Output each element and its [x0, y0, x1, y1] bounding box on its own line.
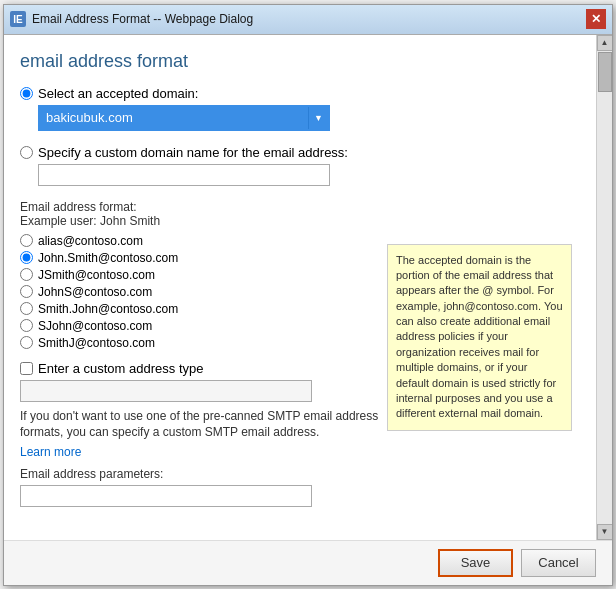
select-domain-section: Select an accepted domain: bakicubuk.com… — [20, 86, 580, 139]
custom-domain-radio[interactable] — [20, 146, 33, 159]
main-content: email address format Select an accepted … — [4, 35, 596, 540]
page-heading: email address format — [20, 51, 580, 72]
params-label: Email address parameters: — [20, 467, 387, 481]
dialog-title: Email Address Format -- Webpage Dialog — [32, 12, 253, 26]
radio-option-alias[interactable]: alias@contoso.com — [20, 234, 387, 248]
radio-smithj[interactable] — [20, 336, 33, 349]
scroll-track — [597, 51, 612, 524]
close-button[interactable]: ✕ — [586, 9, 606, 29]
scroll-down-button[interactable]: ▼ — [597, 524, 613, 540]
title-bar: IE Email Address Format -- Webpage Dialo… — [4, 5, 612, 35]
custom-address-checkbox[interactable] — [20, 362, 33, 375]
scroll-thumb[interactable] — [598, 52, 612, 92]
title-bar-left: IE Email Address Format -- Webpage Dialo… — [10, 11, 253, 27]
right-panel: The accepted domain is the portion of th… — [387, 234, 580, 530]
radio-john-smith[interactable] — [20, 251, 33, 264]
radio-option-john-smith[interactable]: John.Smith@contoso.com — [20, 251, 387, 265]
radio-options: alias@contoso.com John.Smith@contoso.com… — [20, 234, 387, 353]
radio-option-johns[interactable]: JohnS@contoso.com — [20, 285, 387, 299]
custom-address-row: Enter a custom address type — [20, 361, 387, 376]
learn-more-link[interactable]: Learn more — [20, 445, 387, 459]
custom-domain-section: Specify a custom domain name for the ema… — [20, 145, 580, 194]
radio-option-jsmith[interactable]: JSmith@contoso.com — [20, 268, 387, 282]
domain-dropdown-button[interactable]: ▼ — [308, 107, 328, 129]
custom-domain-input[interactable] — [38, 164, 330, 186]
dialog-icon: IE — [10, 11, 26, 27]
radio-option-sjohn[interactable]: SJohn@contoso.com — [20, 319, 387, 333]
save-button[interactable]: Save — [438, 549, 513, 577]
footer: Save Cancel — [4, 540, 612, 585]
radio-option-smith-john[interactable]: Smith.John@contoso.com — [20, 302, 387, 316]
params-input[interactable] — [20, 485, 312, 507]
scrollbar: ▲ ▼ — [596, 35, 612, 540]
info-text: If you don't want to use one of the pre-… — [20, 408, 387, 442]
radio-sjohn[interactable] — [20, 319, 33, 332]
radio-option-smithj[interactable]: SmithJ@contoso.com — [20, 336, 387, 350]
content-row: alias@contoso.com John.Smith@contoso.com… — [20, 234, 580, 530]
format-info: Email address format: Example user: John… — [20, 200, 580, 228]
left-panel: alias@contoso.com John.Smith@contoso.com… — [20, 234, 387, 530]
dialog-body: email address format Select an accepted … — [4, 35, 612, 540]
custom-domain-radio-label[interactable]: Specify a custom domain name for the ema… — [20, 145, 580, 160]
tooltip-panel: The accepted domain is the portion of th… — [387, 244, 572, 431]
radio-smith-john[interactable] — [20, 302, 33, 315]
domain-select-text: bakicubuk.com — [40, 107, 308, 129]
radio-alias[interactable] — [20, 234, 33, 247]
scroll-up-button[interactable]: ▲ — [597, 35, 613, 51]
domain-select-wrapper: bakicubuk.com ▼ — [38, 105, 330, 131]
select-domain-radio-label[interactable]: Select an accepted domain: — [20, 86, 580, 101]
select-domain-radio[interactable] — [20, 87, 33, 100]
radio-jsmith[interactable] — [20, 268, 33, 281]
dialog-window: IE Email Address Format -- Webpage Dialo… — [3, 4, 613, 586]
custom-address-input[interactable] — [20, 380, 312, 402]
cancel-button[interactable]: Cancel — [521, 549, 596, 577]
radio-johns[interactable] — [20, 285, 33, 298]
